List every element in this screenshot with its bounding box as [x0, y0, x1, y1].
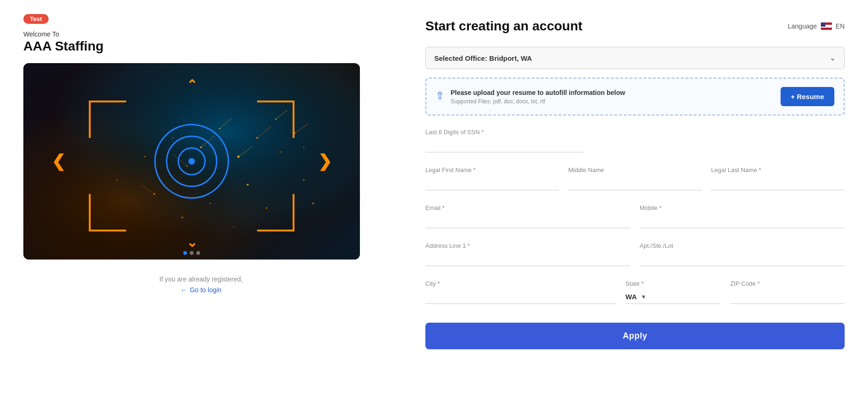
office-label: Selected Office: Bridport, WA	[434, 54, 532, 62]
target-dot	[188, 158, 195, 165]
last-name-field: Legal Last Name *	[711, 166, 845, 190]
state-dropdown-arrow-icon: ▼	[641, 294, 646, 300]
first-name-label: Legal First Name *	[425, 166, 559, 173]
zip-label: ZIP Code *	[730, 280, 845, 287]
carousel-dot-1[interactable]	[183, 251, 187, 255]
resume-upload-button[interactable]: + Resume	[781, 87, 834, 106]
state-select-wrapper: WA CA OR TX ▼	[625, 290, 721, 304]
ssn-input[interactable]	[425, 138, 584, 152]
test-badge: Test	[23, 14, 49, 24]
resume-supported-files: Supported Files: pdf, doc, docx, txt, rt…	[451, 98, 625, 105]
address2-input[interactable]	[640, 252, 845, 266]
language-selector[interactable]: Language EN	[788, 22, 845, 30]
first-name-field: Legal First Name *	[425, 166, 559, 190]
office-label-text: Selected Office:	[434, 54, 487, 62]
svg-point-19	[144, 156, 146, 158]
svg-point-18	[303, 147, 304, 148]
address2-label: Apt./Ste./Lot	[640, 242, 845, 249]
carousel-dot-3[interactable]	[196, 251, 200, 255]
city-field: City *	[425, 280, 616, 304]
go-to-login-link[interactable]: ← Go to login	[180, 286, 222, 294]
mobile-input[interactable]	[640, 214, 845, 228]
arrow-up-icon: ⌃	[187, 77, 197, 93]
middle-name-input[interactable]	[568, 176, 702, 190]
resume-upload-left: ⇧ Please upload your resume to autofill …	[436, 89, 625, 105]
svg-point-17	[233, 226, 235, 228]
city-state-zip-row: City * State * WA CA OR TX ▼ ZIP Code *	[425, 280, 845, 304]
chevron-down-icon: ⌄	[830, 54, 836, 62]
city-label: City *	[425, 280, 616, 287]
carousel-dots	[183, 251, 200, 255]
state-field: State * WA CA OR TX ▼	[625, 280, 721, 304]
welcome-text: Welcome To	[23, 30, 379, 38]
apply-button[interactable]: Apply	[425, 323, 845, 349]
bracket-br	[257, 194, 294, 231]
svg-point-13	[210, 203, 211, 204]
login-section: If you are already registered, ← Go to l…	[23, 275, 379, 294]
state-label: State *	[625, 280, 721, 287]
address-row: Address Line 1 * Apt./Ste./Lot	[425, 242, 845, 266]
state-select[interactable]: WA CA OR TX	[625, 293, 639, 301]
last-name-label: Legal Last Name *	[711, 166, 845, 173]
office-value: Bridport, WA	[489, 54, 532, 62]
office-dropdown[interactable]: Selected Office: Bridport, WA ⌄	[425, 47, 845, 69]
resume-upload-text: Please upload your resume to autofill in…	[451, 89, 625, 105]
email-label: Email *	[425, 204, 631, 211]
last-name-input[interactable]	[711, 176, 845, 190]
arrow-right-icon: ❯	[318, 152, 332, 171]
left-panel: Test Welcome To AAA Staffing	[0, 0, 402, 404]
go-to-login-label: Go to login	[190, 286, 222, 294]
address2-field: Apt./Ste./Lot	[640, 242, 845, 266]
carousel-dot-2[interactable]	[190, 251, 194, 255]
zip-input[interactable]	[730, 290, 845, 304]
page-title: Start creating an account	[425, 19, 582, 34]
arrow-back-icon: ←	[180, 286, 187, 294]
mobile-label: Mobile *	[640, 204, 845, 211]
svg-point-16	[181, 216, 183, 218]
svg-point-20	[116, 180, 118, 181]
ssn-row: Last 6 Digits of SSN *	[425, 129, 845, 152]
arrow-down-icon: ⌄	[187, 235, 197, 250]
contact-row: Email * Mobile *	[425, 204, 845, 228]
hero-image: ❮ ❯ ⌃ ⌄	[23, 63, 360, 260]
bracket-bl	[89, 194, 126, 231]
svg-point-14	[247, 184, 249, 186]
first-name-input[interactable]	[425, 176, 559, 190]
ssn-label: Last 6 Digits of SSN *	[425, 129, 584, 136]
middle-name-field: Middle Name	[568, 166, 702, 190]
language-label: Language	[788, 22, 817, 30]
registration-form: Last 6 Digits of SSN * Legal First Name …	[425, 129, 845, 349]
city-input[interactable]	[425, 290, 616, 304]
mobile-field: Mobile *	[640, 204, 845, 228]
svg-point-11	[303, 180, 305, 181]
bracket-tl	[89, 101, 126, 138]
arrow-left-icon: ❮	[51, 152, 65, 171]
email-field: Email *	[425, 204, 631, 228]
brand-title: AAA Staffing	[23, 39, 379, 54]
ssn-field: Last 6 Digits of SSN *	[425, 129, 584, 152]
address1-input[interactable]	[425, 252, 631, 266]
middle-name-label: Middle Name	[568, 166, 702, 173]
resume-upload-title: Please upload your resume to autofill in…	[451, 89, 625, 96]
svg-point-21	[312, 202, 314, 204]
zip-field: ZIP Code *	[730, 280, 845, 304]
name-row: Legal First Name * Middle Name Legal Las…	[425, 166, 845, 190]
language-code: EN	[836, 22, 845, 30]
resume-upload-box: ⇧ Please upload your resume to autofill …	[425, 78, 845, 115]
upload-icon: ⇧	[436, 90, 444, 102]
svg-point-8	[280, 152, 281, 153]
bracket-tr	[257, 101, 294, 138]
header-row: Start creating an account Language EN	[425, 19, 845, 34]
email-input[interactable]	[425, 214, 631, 228]
right-panel: Start creating an account Language EN Se…	[402, 0, 868, 404]
address1-field: Address Line 1 *	[425, 242, 631, 266]
us-flag-icon	[821, 22, 832, 30]
already-registered-text: If you are already registered,	[23, 275, 379, 283]
address1-label: Address Line 1 *	[425, 242, 631, 249]
